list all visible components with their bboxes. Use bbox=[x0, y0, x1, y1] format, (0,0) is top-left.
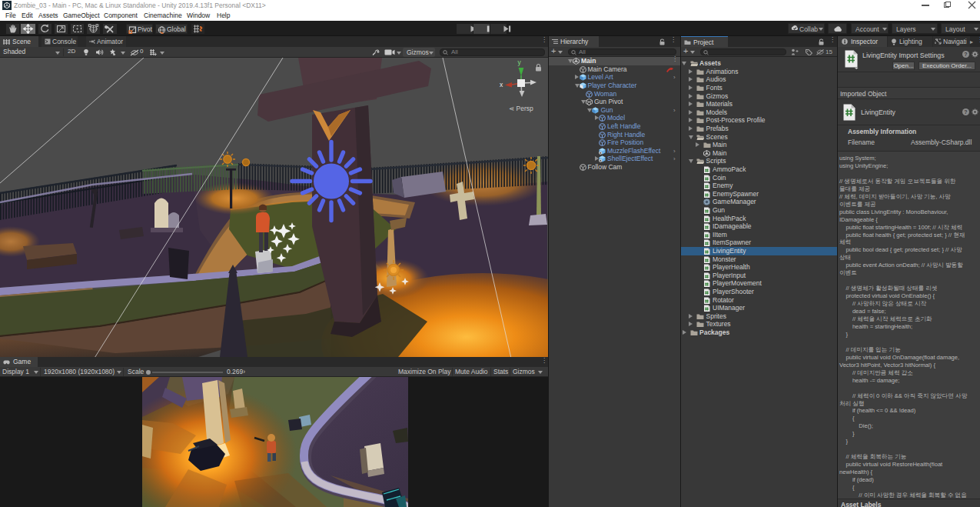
svg-text:⋖ Persp: ⋖ Persp bbox=[509, 105, 533, 112]
